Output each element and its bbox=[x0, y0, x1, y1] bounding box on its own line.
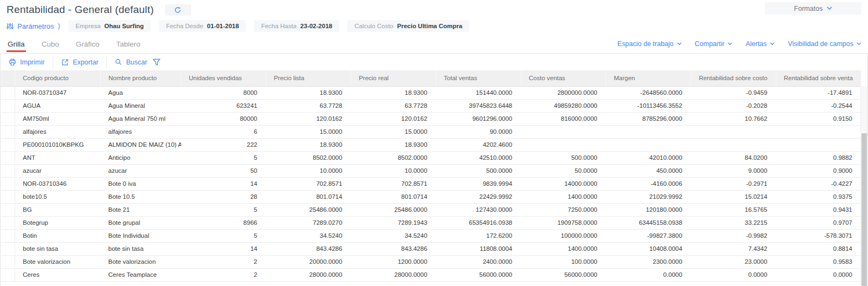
cell-rentabilidad-sobre-venta: 0.8814 bbox=[776, 242, 861, 255]
column-header[interactable]: Costo ventas bbox=[521, 70, 606, 86]
cell-codigo-producto: PE000101010KBPKG bbox=[15, 138, 101, 151]
cell-unidades-vendidas: 8000 bbox=[181, 86, 266, 99]
cell-codigo-producto: bote sin tasa bbox=[15, 242, 101, 255]
chevron-down-icon bbox=[727, 42, 732, 46]
grid-toolbar: Imprimir Exportar Buscar bbox=[1, 54, 867, 70]
column-header[interactable]: Margen bbox=[606, 70, 691, 86]
cell-total-ventas: 11808.0004 bbox=[436, 242, 521, 255]
table-row[interactable]: Botegrup Bote grupal 8966 7289.0270 7289… bbox=[1, 216, 861, 229]
column-header[interactable]: Unidades vendidas bbox=[181, 70, 266, 86]
table-row[interactable]: azucar azucar 50 10.0000 10.0000 500.000… bbox=[1, 164, 861, 177]
column-header[interactable]: Total ventas bbox=[436, 70, 521, 86]
cell-precio-real: 15.0000 bbox=[351, 125, 436, 138]
column-header[interactable]: Rentabilidad sobre venta bbox=[776, 70, 861, 86]
table-body: NOR-03710347 Agua 8000 18.9300 18.9300 1… bbox=[1, 86, 861, 281]
cell-unidades-vendidas: 5 bbox=[181, 229, 266, 242]
sliders-icon bbox=[7, 23, 14, 30]
cell-precio-real: 63.7728 bbox=[351, 99, 436, 112]
cell-rentabilidad-sobre-costo: -0.9982 bbox=[691, 229, 776, 242]
export-button[interactable]: Exportar bbox=[53, 57, 106, 67]
table-row[interactable]: alfajores alfajores 6 15.0000 15.0000 90… bbox=[1, 125, 861, 138]
cell-costo-ventas: 2800000.0000 bbox=[521, 86, 606, 99]
table-row[interactable]: NOR-03710346 Bote 0 iva 14 702.8571 702.… bbox=[1, 177, 861, 190]
view-action-dropdown[interactable]: Visibilidad de campos bbox=[788, 40, 861, 48]
parameter-chip[interactable]: Calculo CostoPrecio Ultima Compra bbox=[347, 20, 469, 32]
row-gutter-cell bbox=[1, 125, 15, 138]
print-button[interactable]: Imprimir bbox=[1, 57, 53, 67]
column-header[interactable]: Nombre producto bbox=[101, 70, 181, 86]
parameter-chip[interactable]: Fecha Desde01-01-2018 bbox=[159, 20, 246, 32]
cell-unidades-vendidas: 6 bbox=[181, 125, 266, 138]
search-button[interactable]: Buscar bbox=[107, 57, 150, 67]
view-tabs: Grilla Cubo Gráfico Tablero bbox=[7, 36, 142, 53]
export-icon bbox=[61, 58, 69, 66]
column-header[interactable]: Codigo producto bbox=[15, 70, 101, 86]
cell-unidades-vendidas: 28 bbox=[181, 190, 266, 203]
cell-codigo-producto: Bote valorizacion bbox=[15, 255, 101, 268]
view-action-dropdown[interactable]: Compartir bbox=[695, 40, 733, 48]
cell-margen: 42010.0000 bbox=[606, 151, 691, 164]
column-header[interactable] bbox=[1, 70, 15, 86]
cell-rentabilidad-sobre-costo: 33.2215 bbox=[691, 216, 776, 229]
column-header[interactable]: Rentabilidad sobre costo bbox=[691, 70, 776, 86]
table-row[interactable]: Ceres Ceres Teamplace 2 28000.0000 28000… bbox=[1, 268, 861, 281]
parameter-chip[interactable]: Fecha Hasta23-02-2018 bbox=[254, 20, 339, 32]
table-row[interactable]: bote10.5 Bote 10.5 28 801.0714 801.0714 … bbox=[1, 190, 861, 203]
filter-button[interactable] bbox=[150, 58, 163, 66]
cell-total-ventas: 9839.9994 bbox=[436, 177, 521, 190]
parameter-value: Ohau Surfing bbox=[104, 23, 144, 29]
table-row[interactable]: Bote valorizacion Bote valorizacion 2 20… bbox=[1, 255, 861, 268]
cell-rentabilidad-sobre-venta: -17.4891 bbox=[776, 86, 861, 99]
parameter-chip[interactable]: EmpresaOhau Surfing bbox=[68, 20, 151, 32]
view-tab[interactable]: Gráfico bbox=[75, 36, 101, 53]
cell-margen: 10408.0004 bbox=[606, 242, 691, 255]
column-header[interactable]: Precio lista bbox=[266, 70, 351, 86]
chevron-down-icon bbox=[677, 42, 682, 46]
scrollbar-thumb[interactable] bbox=[861, 133, 867, 286]
formats-dropdown[interactable]: Formatos bbox=[765, 2, 861, 15]
table-row[interactable]: BG Bote 21 5 25486.0000 25486.0000 12743… bbox=[1, 203, 861, 216]
cell-codigo-producto: AGUA bbox=[15, 99, 101, 112]
cell-precio-lista: 7289.0270 bbox=[266, 216, 351, 229]
cell-costo-ventas: 816000.0000 bbox=[521, 112, 606, 125]
table-row[interactable]: PE000101010KBPKG ALMIDON DE MAIZ (10) Al… bbox=[1, 138, 861, 151]
refresh-button[interactable] bbox=[165, 4, 191, 16]
row-gutter-cell bbox=[1, 190, 15, 203]
view-action-dropdown[interactable]: Alertas bbox=[745, 40, 775, 48]
cell-precio-real: 18.9300 bbox=[351, 86, 436, 99]
cell-precio-lista: 8502.0000 bbox=[266, 151, 351, 164]
view-actions: Espacio de trabajo Compartir Alertas Vis… bbox=[617, 40, 861, 53]
cell-rentabilidad-sobre-venta: 0.9375 bbox=[776, 190, 861, 203]
cell-precio-real: 8502.0000 bbox=[351, 151, 436, 164]
table-header-row: Codigo productoNombre productoUnidades v… bbox=[1, 70, 861, 86]
view-tab[interactable]: Tablero bbox=[115, 36, 141, 53]
view-tab[interactable]: Cubo bbox=[41, 36, 60, 53]
table-row[interactable]: NOR-03710347 Agua 8000 18.9300 18.9300 1… bbox=[1, 86, 861, 99]
cell-nombre-producto: alfajores bbox=[101, 125, 181, 138]
table-row[interactable]: Botin Bote Individual 5 34.5240 34.5240 … bbox=[1, 229, 861, 242]
cell-margen bbox=[606, 125, 691, 138]
cell-precio-real: 843.4286 bbox=[351, 242, 436, 255]
cell-margen: 450.0000 bbox=[606, 164, 691, 177]
cell-codigo-producto: Botegrup bbox=[15, 216, 101, 229]
title-bar: Rentabilidad - General (default) Formato… bbox=[0, 0, 868, 17]
column-header[interactable]: Precio real bbox=[351, 70, 436, 86]
row-gutter-cell bbox=[1, 112, 15, 125]
table-row[interactable]: AM750ml Agua Mineral 750 ml 80000 120.01… bbox=[1, 112, 861, 125]
cell-nombre-producto: Bote Individual bbox=[101, 229, 181, 242]
vertical-scrollbar[interactable] bbox=[860, 86, 867, 286]
cell-rentabilidad-sobre-venta: 0.9707 bbox=[776, 216, 861, 229]
row-gutter-cell bbox=[1, 177, 15, 190]
cell-nombre-producto: Bote grupal bbox=[101, 216, 181, 229]
cell-codigo-producto: alfajores bbox=[15, 125, 101, 138]
cell-precio-lista: 28000.0000 bbox=[266, 268, 351, 281]
table-row[interactable]: AGUA Agua Mineral 623241 63.7728 63.7728… bbox=[1, 99, 861, 112]
parameters-toggle[interactable]: Parámetros ⟩ bbox=[7, 22, 60, 30]
table-row[interactable]: ANT Anticipo 5 8502.0000 8502.0000 42510… bbox=[1, 151, 861, 164]
table-row[interactable]: bote sin tasa bote sin tasa 14 843.4286 … bbox=[1, 242, 861, 255]
view-action-dropdown[interactable]: Espacio de trabajo bbox=[617, 40, 682, 48]
cell-costo-ventas: 1909758.0000 bbox=[521, 216, 606, 229]
results-table: Codigo productoNombre productoUnidades v… bbox=[1, 70, 861, 282]
view-action-label: Espacio de trabajo bbox=[617, 40, 674, 48]
view-tab[interactable]: Grilla bbox=[7, 36, 26, 53]
